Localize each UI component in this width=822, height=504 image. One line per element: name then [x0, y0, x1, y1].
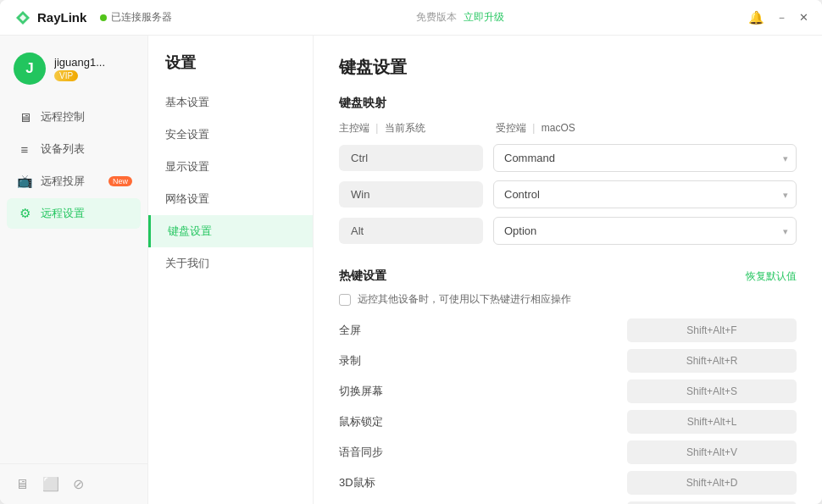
ctrl-mapping-select[interactable]: Command Control Option Shift — [493, 144, 797, 172]
sidebar-item-label: 远程设置 — [41, 206, 85, 221]
hotkey-label: 全屏 — [339, 323, 424, 338]
alt-mapping-select[interactable]: Command Control Option Shift — [493, 217, 797, 245]
hotkey-toggle-label: 远控其他设备时，可使用以下热键进行相应操作 — [358, 292, 571, 307]
avatar: J — [14, 53, 46, 85]
settings-nav: 基本设置 安全设置 显示设置 网络设置 键盘设置 关于我们 — [148, 86, 313, 280]
hotkey-value: Shift+Alt+S — [627, 379, 797, 403]
remote-key-command-wrap: Command Control Option Shift ▾ — [493, 144, 797, 172]
hotkey-label: 语音同步 — [339, 445, 424, 460]
hotkey-label: 鼠标锁定 — [339, 414, 424, 429]
sidebar-item-remote-control[interactable]: 🖥 远程控制 — [7, 102, 141, 132]
sidebar-item-remote-settings[interactable]: ⚙ 远程设置 — [7, 198, 141, 229]
app-window: RayLink 已连接服务器 免费版本 立即升级 🔔 － ✕ J jigu — [0, 0, 822, 504]
settings-nav-about[interactable]: 关于我们 — [148, 247, 313, 280]
host-key-win: Win — [339, 181, 483, 208]
hotkey-row-record: 录制 Shift+Alt+R — [339, 349, 797, 373]
user-info: jiguang1... VIP — [54, 56, 105, 81]
hotkey-label: 3D鼠标 — [339, 475, 424, 490]
close-button[interactable]: ✕ — [799, 11, 808, 24]
hotkey-row-voice-sync: 语音同步 Shift+Alt+V — [339, 440, 797, 464]
sidebar-item-label: 设备列表 — [41, 141, 85, 157]
settings-nav-network[interactable]: 网络设置 — [148, 183, 313, 215]
mapping-row-win: Win Command Control Option Shift ▾ — [339, 180, 797, 208]
device-list-icon: ≡ — [17, 142, 32, 157]
settings-panel-title: 设置 — [148, 53, 313, 86]
raylink-logo-icon — [14, 8, 32, 27]
remote-key-control-wrap: Command Control Option Shift ▾ — [493, 180, 797, 208]
title-bar-actions: 🔔 － ✕ — [748, 10, 808, 25]
sidebar: J jiguang1... VIP 🖥 远程控制 ≡ 设备列表 📺 — [0, 36, 148, 504]
settings-nav-security[interactable]: 安全设置 — [148, 119, 313, 151]
username: jiguang1... — [54, 56, 105, 69]
upgrade-link[interactable]: 立即升级 — [464, 10, 504, 25]
keyboard-mapping-title: 键盘映射 — [339, 96, 797, 111]
hotkey-row-3d-mouse: 3D鼠标 Shift+Alt+D — [339, 471, 797, 495]
server-status: 已连接服务器 — [100, 10, 172, 25]
settings-nav-basic[interactable]: 基本设置 — [148, 86, 313, 119]
hotkey-row-mouse-lock: 鼠标锁定 Shift+Alt+L — [339, 410, 797, 434]
server-status-label: 已连接服务器 — [111, 10, 172, 25]
notification-bell-icon[interactable]: 🔔 — [748, 10, 764, 25]
remote-projection-icon: 📺 — [17, 174, 32, 189]
app-logo: RayLink — [14, 8, 86, 27]
settings-panel: 设置 基本设置 安全设置 显示设置 网络设置 键盘设置 关于我们 — [148, 36, 314, 504]
hotkeys-section-title: 热键设置 — [339, 269, 386, 284]
host-key-alt: Alt — [339, 218, 483, 244]
hotkey-value: Shift+Alt+L — [627, 410, 797, 434]
mapping-header: 主控端 | 当前系统 受控端 | macOS — [339, 121, 797, 136]
hotkey-toggle-row: 远控其他设备时，可使用以下热键进行相应操作 — [339, 292, 797, 307]
hotkey-value: Shift+Alt+V — [627, 440, 797, 464]
sidebar-bottom: 🖥 ⬜ ⊘ — [0, 463, 147, 504]
window-icon[interactable]: ⬜ — [42, 476, 59, 492]
vip-badge: VIP — [54, 70, 78, 81]
main-layout: J jiguang1... VIP 🖥 远程控制 ≡ 设备列表 📺 — [0, 36, 822, 504]
status-dot — [100, 14, 107, 21]
hotkey-enable-checkbox[interactable] — [339, 294, 351, 306]
sidebar-item-device-list[interactable]: ≡ 设备列表 — [7, 134, 141, 164]
host-key-ctrl: Ctrl — [339, 145, 483, 171]
remote-col-header: 受控端 | macOS — [496, 121, 797, 136]
win-mapping-select[interactable]: Command Control Option Shift — [493, 180, 797, 208]
hotkey-header: 热键设置 恢复默认值 — [339, 269, 797, 284]
hotkey-label: 录制 — [339, 353, 424, 368]
nav-items: 🖥 远程控制 ≡ 设备列表 📺 远程投屏 New ⚙ 远程设置 — [0, 98, 147, 232]
remote-settings-icon: ⚙ — [17, 206, 32, 221]
hotkey-row-fullscreen: 全屏 Shift+Alt+F — [339, 318, 797, 342]
sidebar-item-label: 远程投屏 — [41, 174, 85, 189]
free-version-label: 免费版本 — [416, 10, 457, 25]
sidebar-item-label: 远程控制 — [41, 109, 85, 125]
hotkey-value: Shift+Alt+R — [627, 349, 797, 373]
help-icon[interactable]: ⊘ — [73, 476, 84, 492]
hotkey-row-switch-screen: 切换屏幕 Shift+Alt+S — [339, 379, 797, 403]
restore-default-link[interactable]: 恢复默认值 — [746, 269, 797, 284]
user-section: J jiguang1... VIP — [0, 44, 147, 98]
settings-nav-keyboard[interactable]: 键盘设置 — [148, 215, 313, 247]
hotkey-rows: 全屏 Shift+Alt+F 录制 Shift+Alt+R 切换屏幕 Shift… — [339, 318, 797, 504]
host-col-header: 主控端 | 当前系统 — [339, 121, 496, 136]
hotkey-value: Shift+Alt+F — [627, 318, 797, 342]
app-name: RayLink — [37, 10, 86, 25]
hotkey-value: Shift+Alt+D — [627, 471, 797, 495]
mapping-row-ctrl: Ctrl Command Control Option Shift ▾ — [339, 144, 797, 172]
mapping-row-alt: Alt Command Control Option Shift ▾ — [339, 217, 797, 245]
new-badge: New — [108, 176, 132, 186]
sidebar-item-remote-projection[interactable]: 📺 远程投屏 New — [7, 166, 141, 197]
hotkey-label: 切换屏幕 — [339, 384, 424, 399]
remote-control-icon: 🖥 — [17, 110, 32, 125]
content-area: 键盘设置 键盘映射 主控端 | 当前系统 受控端 | macOS Ctrl — [314, 36, 822, 504]
settings-nav-display[interactable]: 显示设置 — [148, 151, 313, 183]
minimize-button[interactable]: － — [776, 10, 787, 25]
monitor-icon[interactable]: 🖥 — [15, 477, 29, 492]
page-title: 键盘设置 — [339, 56, 797, 79]
remote-key-option-wrap: Command Control Option Shift ▾ — [493, 217, 797, 245]
title-bar: RayLink 已连接服务器 免费版本 立即升级 🔔 － ✕ — [0, 0, 822, 36]
